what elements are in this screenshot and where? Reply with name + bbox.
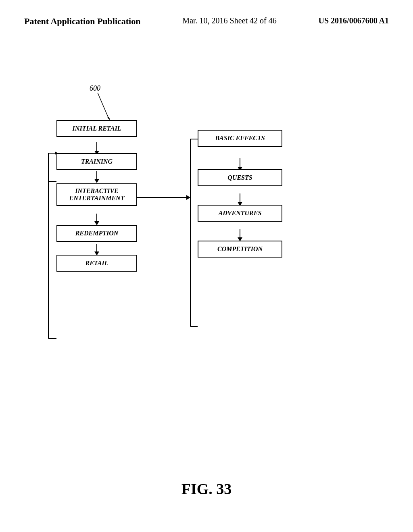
diagram-area: 600 604 606 608 610 bbox=[0, 60, 413, 423]
header-left-text: Patent Application Publication bbox=[24, 16, 140, 27]
box-initial-retail: INITIAL RETAIL bbox=[56, 120, 137, 137]
svg-line-1 bbox=[98, 93, 109, 119]
box-quests: QUESTS bbox=[198, 169, 282, 186]
box-interactive-entertainment: INTERACTIVEENTERTAINMENT bbox=[56, 183, 137, 206]
svg-text:600: 600 bbox=[90, 84, 100, 92]
page-header: Patent Application Publication Mar. 10, … bbox=[0, 0, 413, 27]
box-basic-effects: BASIC EFFECTS bbox=[198, 130, 282, 147]
header-center-text: Mar. 10, 2016 Sheet 42 of 46 bbox=[182, 16, 276, 25]
figure-caption: FIG. 33 bbox=[0, 480, 413, 498]
box-adventures: ADVENTURES bbox=[198, 205, 282, 222]
box-redemption: REDEMPTION bbox=[56, 225, 137, 242]
box-retail: RETAIL bbox=[56, 255, 137, 272]
svg-marker-22 bbox=[186, 195, 190, 200]
header-right-text: US 2016/0067600 A1 bbox=[319, 16, 389, 25]
svg-marker-13 bbox=[94, 179, 99, 183]
box-competition: COMPETITION bbox=[198, 241, 282, 258]
box-training: TRAINING bbox=[56, 153, 137, 170]
